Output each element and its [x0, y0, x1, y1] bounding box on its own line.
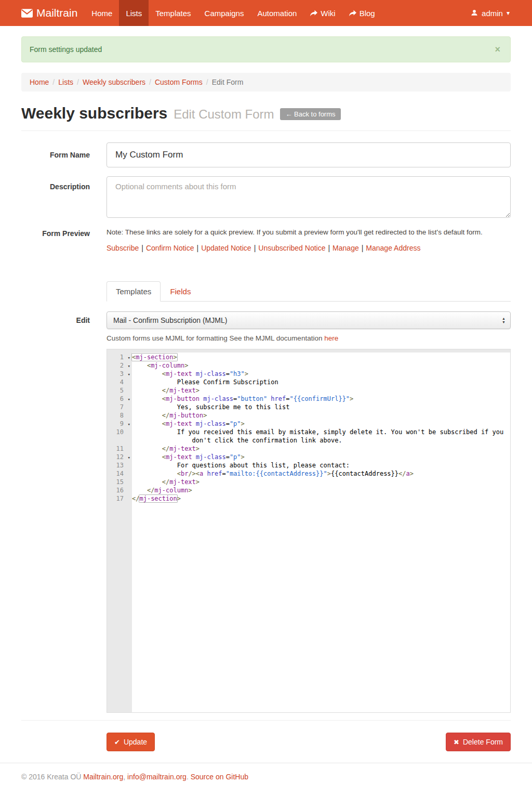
- preview-link-updated-notice[interactable]: Updated Notice: [201, 244, 251, 252]
- code-token: >: [173, 354, 177, 361]
- code-token: "{{confirmUrl}}": [290, 395, 350, 402]
- user-menu[interactable]: admin ▾: [470, 0, 511, 26]
- code-token: Please Confirm Subscription: [177, 379, 278, 386]
- matching-tag-highlight: mj-section: [139, 495, 177, 502]
- code-token: />: [188, 470, 195, 477]
- code-token: <: [177, 470, 181, 477]
- code-editor[interactable]: 1▾<mj-section>2▾<mj-column>3▾<mj-text mj…: [107, 349, 511, 713]
- code-token: >: [350, 395, 353, 402]
- code-line-content[interactable]: </mj-button>: [132, 411, 510, 420]
- footer: © 2016 Kreata OÜ Mailtrain.org, info@mai…: [0, 763, 532, 792]
- back-to-forms-button[interactable]: ← Back to forms: [280, 108, 340, 120]
- code-line-content[interactable]: Please Confirm Subscription: [132, 378, 510, 386]
- code-token: mj-text: [166, 420, 192, 427]
- code-line-content[interactable]: For questions about this list, please co…: [132, 461, 510, 469]
- code-line-content[interactable]: </mj-text>: [132, 445, 510, 453]
- footer-link-email[interactable]: info@mailtrain.org: [127, 773, 187, 781]
- nav-item-blog[interactable]: Blog: [342, 0, 382, 26]
- form-actions: ✔ Update ✖ Delete Form: [107, 733, 511, 751]
- fold-marker-icon[interactable]: ▾: [128, 354, 130, 362]
- code-token: mj-text: [169, 387, 196, 394]
- line-number: 3▾: [107, 370, 132, 378]
- links-separator: |: [325, 244, 332, 252]
- preview-link-subscribe[interactable]: Subscribe: [107, 244, 139, 252]
- preview-link-manage-address[interactable]: Manage Address: [366, 244, 420, 252]
- nav-item-campaigns[interactable]: Campaigns: [198, 0, 251, 26]
- line-number: 4: [107, 378, 132, 386]
- line-number: 6▾: [107, 395, 132, 403]
- code-line-content[interactable]: Yes, subscribe me to this list: [132, 403, 510, 411]
- nav-item-wiki[interactable]: Wiki: [303, 0, 342, 26]
- preview-note: Note: These links are solely for a quick…: [107, 228, 511, 236]
- code-token: <: [196, 470, 200, 477]
- code-token: =: [226, 370, 230, 377]
- description-textarea[interactable]: [107, 176, 511, 218]
- code-line-content[interactable]: <mj-column>: [132, 361, 510, 370]
- code-token: </: [398, 470, 406, 477]
- code-line-content[interactable]: </mj-text>: [132, 478, 510, 486]
- preview-links: Subscribe|Confirm Notice|Updated Notice|…: [107, 244, 511, 252]
- preview-link-unsubscribed-notice[interactable]: Unsubscribed Notice: [258, 244, 325, 252]
- alert-close-icon[interactable]: ×: [491, 44, 503, 55]
- code-line-content[interactable]: <br/><a href="mailto:{{contactAddress}}"…: [132, 469, 510, 478]
- page-subtitle: Edit Custom Form: [174, 107, 274, 121]
- delete-form-button[interactable]: ✖ Delete Form: [446, 733, 511, 751]
- code-token: >: [188, 487, 192, 494]
- fold-marker-icon[interactable]: ▾: [128, 395, 130, 403]
- form-name-input[interactable]: [107, 142, 511, 167]
- update-button[interactable]: ✔ Update: [107, 733, 155, 751]
- success-alert: Form settings updated ×: [21, 36, 511, 62]
- code-token: For questions about this list, please co…: [177, 462, 350, 469]
- tab-templates[interactable]: Templates: [107, 281, 161, 302]
- code-token: a: [406, 470, 410, 477]
- x-icon: ✖: [454, 739, 459, 746]
- breadcrumb-weekly-subscribers[interactable]: Weekly subscribers: [83, 78, 145, 86]
- code-line: 4Please Confirm Subscription: [107, 378, 510, 386]
- code-line-content[interactable]: <mj-text mj-class="p">: [132, 453, 510, 461]
- code-token: </: [132, 495, 139, 502]
- template-select[interactable]: Mail - Confirm Subscription (MJML): [107, 312, 510, 329]
- code-token: mj-text: [166, 370, 192, 377]
- user-icon: [471, 9, 478, 17]
- nav-item-templates[interactable]: Templates: [149, 0, 197, 26]
- fold-marker-icon[interactable]: ▾: [128, 420, 130, 428]
- breadcrumb: Home/Lists/Weekly subscribers/Custom For…: [21, 73, 511, 92]
- breadcrumb-separator: /: [145, 78, 155, 86]
- nav-item-automation[interactable]: Automation: [250, 0, 303, 26]
- nav-item-home[interactable]: Home: [85, 0, 119, 26]
- mjml-docs-link[interactable]: here: [324, 334, 338, 342]
- code-line-content[interactable]: <mj-text mj-class="h3">: [132, 370, 510, 378]
- code-line-content[interactable]: </mj-section>: [132, 494, 510, 503]
- breadcrumb-custom-forms[interactable]: Custom Forms: [155, 78, 203, 86]
- tab-fields[interactable]: Fields: [161, 281, 200, 302]
- code-line-content[interactable]: <mj-button mj-class="button" href="{{con…: [132, 395, 510, 403]
- code-token: =: [226, 453, 230, 461]
- code-token: [192, 453, 196, 461]
- code-token: <: [162, 370, 166, 377]
- code-line-content[interactable]: If you received this email by mistake, s…: [132, 428, 510, 445]
- code-token: >: [245, 370, 248, 377]
- links-separator: |: [251, 244, 259, 252]
- code-token: <: [162, 420, 166, 427]
- code-line-content[interactable]: </mj-column>: [132, 486, 510, 494]
- footer-link-mailtrain[interactable]: Mailtrain.org: [83, 773, 123, 781]
- copyright-text: © 2016 Kreata OÜ: [21, 773, 83, 781]
- preview-link-manage[interactable]: Manage: [332, 244, 359, 252]
- fold-marker-icon[interactable]: ▾: [128, 453, 130, 462]
- alert-text: Form settings updated: [30, 45, 102, 54]
- code-token: mj-section: [136, 354, 173, 361]
- fold-marker-icon[interactable]: ▾: [128, 370, 130, 379]
- preview-link-confirm-notice[interactable]: Confirm Notice: [146, 244, 194, 252]
- breadcrumb-lists[interactable]: Lists: [58, 78, 73, 86]
- brand-mailtrain[interactable]: Mailtrain: [21, 0, 85, 26]
- nav-item-lists[interactable]: Lists: [119, 0, 149, 26]
- code-line-content[interactable]: <mj-text mj-class="p">: [132, 420, 510, 428]
- code-line: 15</mj-text>: [107, 478, 510, 486]
- matching-tag-highlight: <mj-section>: [132, 354, 177, 361]
- breadcrumb-home[interactable]: Home: [30, 78, 49, 86]
- code-line: 9▾<mj-text mj-class="p">: [107, 420, 510, 428]
- fold-marker-icon[interactable]: ▾: [128, 362, 130, 370]
- footer-link-github[interactable]: Source on GitHub: [191, 773, 248, 781]
- code-line-content[interactable]: <mj-section>: [132, 353, 510, 361]
- code-line-content[interactable]: </mj-text>: [132, 386, 510, 395]
